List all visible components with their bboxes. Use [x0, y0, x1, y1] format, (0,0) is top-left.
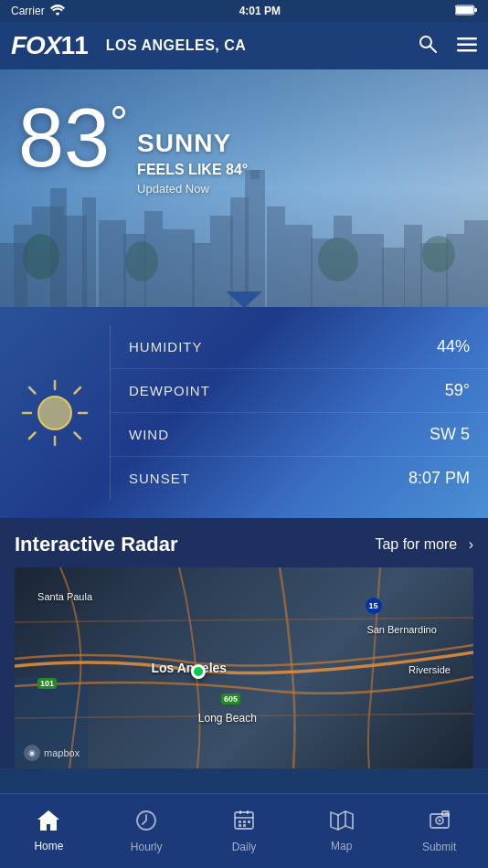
radar-map[interactable]: Santa Paula Los Angeles San Bernardino R…	[15, 567, 473, 768]
svg-marker-57	[331, 811, 353, 830]
weather-details-panel: HUMIDITY 44% DEWPOINT 59° WIND SW 5 SUNS…	[0, 307, 488, 518]
dewpoint-value: 59°	[445, 381, 470, 400]
svg-point-45	[38, 397, 71, 429]
nav-item-home[interactable]: Home	[0, 803, 98, 860]
svg-rect-5	[457, 37, 477, 40]
weather-condition: SUNNY	[137, 129, 248, 158]
svg-rect-7	[457, 49, 477, 52]
svg-line-42	[75, 432, 81, 439]
location-marker	[191, 664, 206, 679]
app-header: FOX 11 LOS ANGELES, CA	[0, 22, 488, 69]
hero-overlay: 83° SUNNY FEELS LIKE 84° Updated Now	[0, 69, 488, 307]
home-label: Home	[34, 840, 63, 852]
hero-info: SUNNY FEELS LIKE 84° Updated Now	[137, 97, 248, 196]
svg-line-44	[29, 432, 36, 439]
nav-item-submit[interactable]: Submit	[390, 802, 488, 861]
humidity-label: HUMIDITY	[129, 339, 203, 355]
hero-section: 83° SUNNY FEELS LIKE 84° Updated Now	[0, 69, 488, 307]
sun-icon-container	[0, 376, 110, 450]
radar-tap-button[interactable]: Tap for more ›	[375, 536, 473, 553]
search-icon[interactable]	[419, 35, 437, 58]
daily-label: Daily	[232, 841, 257, 853]
wind-row: WIND SW 5	[111, 413, 488, 457]
svg-line-41	[29, 387, 36, 394]
daily-icon	[233, 810, 255, 837]
bottom-navigation: Home Hourly Daily	[0, 793, 488, 868]
battery-icon	[455, 5, 477, 18]
temperature-display: 83°	[18, 97, 128, 179]
wind-label: WIND	[129, 427, 169, 442]
radar-header: Interactive Radar Tap for more ›	[15, 533, 473, 556]
status-bar: Carrier 4:01 PM	[0, 0, 488, 22]
sun-icon	[18, 376, 91, 450]
svg-rect-56	[243, 824, 246, 827]
dewpoint-row: DEWPOINT 59°	[111, 369, 488, 413]
riverside-label: Riverside	[408, 664, 451, 675]
hero-arrow	[226, 291, 262, 307]
humidity-value: 44%	[437, 337, 470, 356]
long-beach-label: Long Beach	[198, 712, 257, 725]
fox-number: 11	[61, 31, 88, 60]
location-label: LOS ANGELES, CA	[97, 37, 409, 54]
svg-rect-55	[239, 824, 241, 827]
details-list: HUMIDITY 44% DEWPOINT 59° WIND SW 5 SUNS…	[110, 325, 488, 500]
menu-icon[interactable]	[457, 36, 477, 57]
svg-point-3	[420, 37, 431, 48]
fox-text: FOX	[11, 31, 61, 60]
app-logo: FOX 11	[11, 31, 88, 60]
mapbox-icon: ◉	[24, 745, 40, 761]
sunset-label: SUNSET	[129, 471, 190, 486]
nav-item-daily[interactable]: Daily	[196, 802, 293, 861]
submit-label: Submit	[422, 841, 456, 853]
home-icon	[37, 810, 59, 836]
hourly-label: Hourly	[131, 841, 163, 853]
svg-rect-54	[248, 820, 250, 823]
updated-label: Updated Now	[137, 182, 248, 196]
svg-rect-1	[456, 6, 473, 14]
submit-icon	[429, 810, 451, 837]
carrier-label: Carrier	[11, 5, 45, 17]
map-icon	[330, 810, 354, 836]
highway-101-badge: 101	[37, 678, 57, 689]
svg-rect-6	[457, 43, 477, 46]
status-left: Carrier	[11, 5, 65, 18]
svg-line-43	[75, 387, 81, 394]
humidity-row: HUMIDITY 44%	[111, 325, 488, 369]
mapbox-logo: ◉ mapbox	[24, 745, 80, 761]
svg-line-4	[430, 47, 436, 52]
svg-rect-53	[243, 820, 246, 823]
sunset-row: SUNSET 8:07 PM	[111, 457, 488, 500]
sunset-value: 8:07 PM	[408, 469, 470, 488]
hourly-icon	[135, 810, 157, 837]
map-label: Map	[331, 840, 352, 852]
radar-section[interactable]: Interactive Radar Tap for more › Santa P…	[0, 518, 488, 768]
feels-like: FEELS LIKE 84°	[137, 162, 248, 178]
dewpoint-label: DEWPOINT	[129, 383, 210, 398]
nav-item-hourly[interactable]: Hourly	[98, 802, 196, 861]
wind-value: SW 5	[430, 425, 470, 444]
highway-605-badge: 605	[221, 693, 240, 704]
svg-rect-2	[474, 8, 477, 12]
status-time: 4:01 PM	[239, 5, 281, 17]
san-bernardino-label: San Bernardino	[366, 624, 436, 635]
svg-rect-52	[239, 820, 241, 823]
highway-15-badge: 15	[366, 598, 382, 614]
status-right	[455, 5, 477, 18]
radar-title: Interactive Radar	[15, 533, 178, 556]
los-angeles-label: Los Angeles	[151, 661, 227, 675]
mapbox-label: mapbox	[44, 747, 80, 758]
svg-point-62	[438, 819, 440, 821]
wifi-icon	[50, 5, 65, 18]
santa-paula-label: Santa Paula	[37, 591, 92, 602]
nav-item-map[interactable]: Map	[292, 803, 390, 860]
